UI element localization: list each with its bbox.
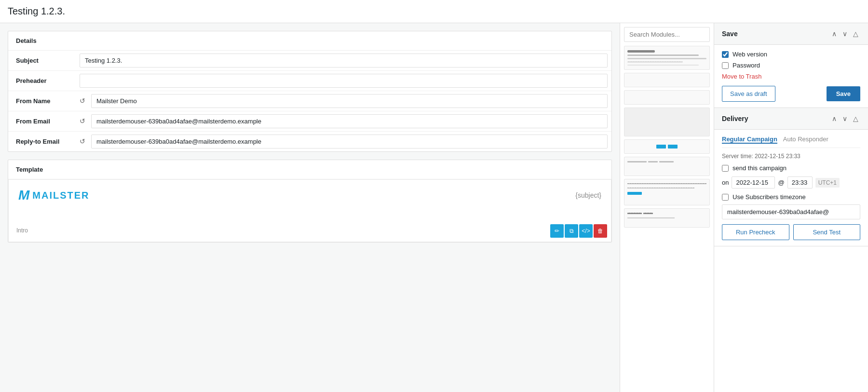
send-campaign-checkbox[interactable] — [722, 165, 729, 172]
tab-regular-campaign[interactable]: Regular Campaign — [722, 135, 777, 144]
password-label: Password — [732, 62, 760, 69]
mailster-logo: M MAILSTER — [18, 188, 90, 203]
utc-label: UTC+1 — [815, 178, 840, 188]
delivery-panel: Delivery ∧ ∨ △ Regular Campaign Auto Res… — [714, 108, 868, 246]
edit-icon: ✏ — [555, 228, 559, 234]
copy-icon: ⧉ — [570, 228, 574, 234]
password-row: Password — [722, 62, 860, 69]
preheader-row: Preheader — [8, 71, 611, 91]
save-panel-body: Web version Password Move to Trash Save … — [714, 45, 868, 108]
save-panel-title: Save — [722, 30, 738, 38]
module-thumb-8[interactable] — [624, 208, 710, 228]
web-version-label: Web version — [732, 51, 767, 58]
delivery-panel-body: Regular Campaign Auto Responder Server t… — [714, 130, 868, 246]
save-panel-up-button[interactable]: ∧ — [830, 29, 839, 39]
web-version-checkbox[interactable] — [722, 51, 729, 58]
save-panel-collapse-button[interactable]: △ — [851, 29, 860, 39]
from-name-reset-icon[interactable]: ↺ — [80, 97, 88, 106]
module-thumb-1[interactable] — [624, 46, 710, 70]
module-thumb-3[interactable] — [624, 90, 710, 105]
delivery-panel-up-button[interactable]: ∧ — [830, 114, 839, 123]
delete-icon: 🗑 — [597, 228, 603, 234]
edit-button[interactable]: ✏ — [550, 224, 564, 238]
save-buttons: Save as draft Save — [722, 86, 860, 102]
from-email-reset-icon[interactable]: ↺ — [80, 117, 88, 126]
from-email-input[interactable] — [91, 114, 608, 128]
template-header: Template — [8, 160, 611, 179]
preheader-label: Preheader — [8, 72, 76, 89]
save-panel-down-button[interactable]: ∨ — [841, 29, 849, 39]
module-thumb-7[interactable] — [624, 179, 710, 205]
from-email-label: From Email — [8, 113, 76, 130]
reply-to-reset-icon[interactable]: ↺ — [80, 137, 88, 146]
delivery-panel-collapse-button[interactable]: △ — [851, 114, 860, 123]
from-name-row: From Name ↺ — [8, 91, 611, 111]
reply-to-label: Reply-to Email — [8, 133, 76, 150]
copy-button[interactable]: ⧉ — [565, 224, 578, 238]
web-version-row: Web version — [722, 51, 860, 58]
module-sidebar — [620, 23, 714, 392]
right-sidebar: Save ∧ ∨ △ Web version Password — [714, 23, 868, 392]
template-toolbar: ✏ ⧉ </> 🗑 — [550, 224, 607, 238]
email-input-row — [722, 204, 860, 219]
delivery-panel-controls: ∧ ∨ △ — [830, 114, 860, 123]
logo-text: MAILSTER — [32, 190, 89, 201]
password-checkbox[interactable] — [722, 62, 729, 69]
reply-to-row: Reply-to Email ↺ — [8, 132, 611, 151]
module-thumb-5[interactable] — [624, 139, 710, 154]
from-email-row: From Email ↺ — [8, 111, 611, 132]
template-section: Template M MAILSTER {subject} Intro ✏ — [8, 160, 612, 243]
details-header: Details — [8, 31, 611, 51]
action-buttons: Run Precheck Send Test — [722, 224, 860, 240]
preheader-input[interactable] — [80, 74, 608, 88]
module-thumb-2[interactable] — [624, 73, 710, 87]
time-input[interactable] — [787, 176, 813, 189]
date-input[interactable] — [732, 176, 775, 189]
tab-auto-responder[interactable]: Auto Responder — [783, 135, 828, 144]
save-panel: Save ∧ ∨ △ Web version Password — [714, 23, 868, 108]
subject-label: Subject — [8, 52, 76, 69]
subject-row: Subject — [8, 51, 611, 71]
server-time: Server time: 2022-12-15 23:33 — [722, 153, 860, 160]
send-test-button[interactable]: Send Test — [793, 224, 861, 240]
use-subscribers-timezone-checkbox[interactable] — [722, 194, 729, 201]
module-thumb-4[interactable] — [624, 108, 710, 136]
use-subscribers-timezone-label: Use Subscribers timezone — [732, 193, 806, 201]
save-panel-controls: ∧ ∨ △ — [830, 29, 860, 39]
delivery-panel-header: Delivery ∧ ∨ △ — [714, 108, 868, 130]
reply-to-input[interactable] — [91, 135, 608, 149]
search-modules-input[interactable] — [624, 27, 710, 42]
from-name-label: From Name — [8, 93, 76, 109]
delivery-panel-title: Delivery — [722, 115, 748, 122]
subject-input[interactable] — [80, 54, 608, 68]
from-name-input[interactable] — [91, 94, 608, 108]
save-panel-header: Save ∧ ∨ △ — [714, 23, 868, 45]
send-campaign-label: send this campaign — [732, 164, 787, 172]
delivery-tabs: Regular Campaign Auto Responder — [722, 135, 860, 148]
on-label: on — [722, 179, 729, 186]
test-email-input[interactable] — [722, 204, 860, 219]
datetime-row: on @ UTC+1 — [722, 176, 860, 189]
editor-panel: Details Subject Preheader From Name — [0, 23, 620, 392]
title-bar — [0, 0, 868, 23]
details-section: Details Subject Preheader From Name — [8, 31, 612, 152]
subscribers-timezone-row: Use Subscribers timezone — [722, 193, 860, 201]
template-preview: M MAILSTER {subject} Intro ✏ ⧉ — [8, 179, 611, 242]
move-to-trash-link[interactable]: Move to Trash — [722, 73, 860, 80]
logo-m-icon: M — [18, 188, 29, 203]
code-button[interactable]: </> — [579, 224, 593, 238]
delivery-panel-down-button[interactable]: ∨ — [841, 114, 849, 123]
at-label: @ — [778, 179, 784, 186]
run-precheck-button[interactable]: Run Precheck — [722, 224, 789, 240]
save-button[interactable]: Save — [827, 86, 860, 101]
subject-placeholder: {subject} — [575, 191, 601, 199]
code-icon: </> — [582, 228, 590, 234]
send-campaign-row: send this campaign — [722, 164, 860, 172]
campaign-title-input[interactable] — [8, 6, 860, 17]
delete-button[interactable]: 🗑 — [594, 224, 607, 238]
save-draft-button[interactable]: Save as draft — [722, 86, 775, 102]
intro-label: Intro — [16, 227, 28, 234]
module-thumb-6[interactable] — [624, 157, 710, 176]
